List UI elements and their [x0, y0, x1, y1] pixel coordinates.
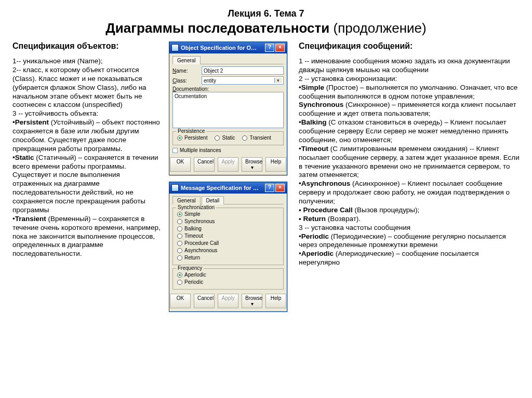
r-balking: •Balking (С отказом становиться в очеред…: [299, 118, 520, 145]
class-select[interactable]: entity▾: [202, 76, 284, 85]
radio-aperiodic[interactable]: Aperiodic: [177, 272, 279, 278]
radio-synchronous[interactable]: Synchronous: [177, 218, 279, 224]
r-line-2: 2 -- установка синхронизации:: [299, 75, 520, 84]
help-icon[interactable]: ?: [265, 184, 274, 192]
page-title: Диаграммы последовательности (продолжени…: [12, 20, 520, 36]
name-label: Name:: [172, 68, 198, 74]
message-spec-dialog: Message Specification for … ? × General …: [169, 182, 287, 312]
radio-asynchronous[interactable]: Asynchronous: [177, 248, 279, 253]
right-heading: Спецификация сообщений:: [299, 42, 520, 51]
r-proc: • Procedure Call (Вызов процедуры);: [299, 206, 520, 215]
ok-button[interactable]: OK: [170, 157, 191, 172]
doc-label: Documentation:: [172, 86, 284, 92]
radio-balking[interactable]: Balking: [177, 226, 279, 231]
r-line-1: 1 -- именование сообщения можно задать и…: [299, 57, 520, 75]
r-synchronous: Synchronous (Синхронное) – применяется к…: [299, 101, 520, 118]
multiple-instances-checkbox[interactable]: Multiple instances: [172, 147, 284, 153]
documentation-textarea[interactable]: Ocumentation: [172, 92, 284, 128]
cancel-button-2[interactable]: Cancel: [194, 294, 215, 308]
radio-persistent[interactable]: Persistent: [177, 135, 207, 141]
tab-general[interactable]: General: [172, 56, 201, 64]
tab-general-2[interactable]: General: [172, 196, 201, 204]
r-simple: •Simple (Простое) – выполняется по умолч…: [299, 84, 520, 101]
radio-return[interactable]: Return: [177, 255, 279, 260]
dialog1-titlebar[interactable]: Object Specification for O… ? ×: [169, 42, 287, 53]
help-button[interactable]: Help: [265, 157, 286, 172]
synchronization-group: Synchronization Simple Synchronous Balki…: [172, 208, 284, 265]
chevron-down-icon[interactable]: ▾: [274, 78, 282, 83]
radio-simple[interactable]: Simple: [177, 211, 279, 217]
help-button-2[interactable]: Help: [265, 294, 286, 308]
apply-button[interactable]: Apply: [218, 157, 238, 172]
close-icon[interactable]: ×: [275, 44, 285, 52]
class-label: Class:: [172, 78, 198, 84]
radio-periodic[interactable]: Periodic: [177, 279, 279, 285]
frequency-group: Frequency Aperiodic Periodic: [172, 268, 284, 290]
left-transient: •Transient (Временный) – сохраняется в т…: [12, 215, 161, 258]
dialog2-titlebar[interactable]: Message Specification for … ? ×: [169, 182, 287, 194]
right-column: Спецификация сообщений: 1 -- именование …: [296, 42, 520, 312]
ok-button-2[interactable]: OK: [170, 294, 191, 308]
tab-detail[interactable]: Detail: [202, 196, 224, 204]
r-return: • Return (Возврат).: [299, 215, 520, 224]
r-timeout: •Timeout (С лимитированным временем ожид…: [299, 145, 520, 180]
apply-button-2[interactable]: Apply: [218, 294, 238, 308]
lecture-subtitle: Лекция 6. Тема 7: [12, 8, 520, 19]
r-async: •Asynchronous (Асинхронное) – Клиент пос…: [299, 180, 520, 206]
dialog-icon: [171, 184, 179, 191]
r-aperiodic: •Aperiodic (Апериодические) – сообщение …: [299, 250, 520, 267]
left-persistent: •Persistent (Устойчивый) – объект постоя…: [12, 118, 161, 154]
radio-timeout[interactable]: Timeout: [177, 233, 279, 239]
object-spec-dialog: Object Specification for O… ? × General …: [169, 42, 287, 175]
left-line-1: 1-- уникальное имя (Name);: [12, 57, 161, 66]
left-heading: Спецификация объектов:: [12, 42, 161, 51]
left-static: •Static (Статичный) – сохраняется в тече…: [12, 154, 161, 215]
radio-static[interactable]: Static: [215, 135, 235, 141]
close-icon[interactable]: ×: [275, 184, 285, 192]
r-periodic: •Periodic (Периодические) – сообщение ре…: [299, 232, 520, 250]
browse-button-2[interactable]: Browse ▾: [242, 294, 262, 308]
persistence-group: Persistence Persistent Static Transient: [172, 131, 284, 145]
browse-button[interactable]: Browse ▾: [242, 157, 262, 172]
radio-procedure-call[interactable]: Procedure Call: [177, 240, 279, 246]
r-line-3: 3 -- установка частоты сообщения: [299, 224, 520, 232]
name-input[interactable]: Object 2: [202, 66, 284, 75]
dialog1-title: Object Specification for O…: [181, 45, 265, 51]
left-line-2: 2-- класс, к которому объект относится (…: [12, 66, 161, 109]
dialog-icon: [171, 44, 179, 51]
dialog2-title: Message Specification for …: [181, 185, 265, 191]
cancel-button[interactable]: Cancel: [194, 157, 215, 172]
left-line-3: 3 -- устойчивость объекта:: [12, 109, 161, 118]
radio-transient[interactable]: Transient: [242, 135, 271, 141]
help-icon[interactable]: ?: [265, 44, 274, 52]
left-column: Спецификация объектов: 1-- уникальное им…: [12, 42, 161, 312]
